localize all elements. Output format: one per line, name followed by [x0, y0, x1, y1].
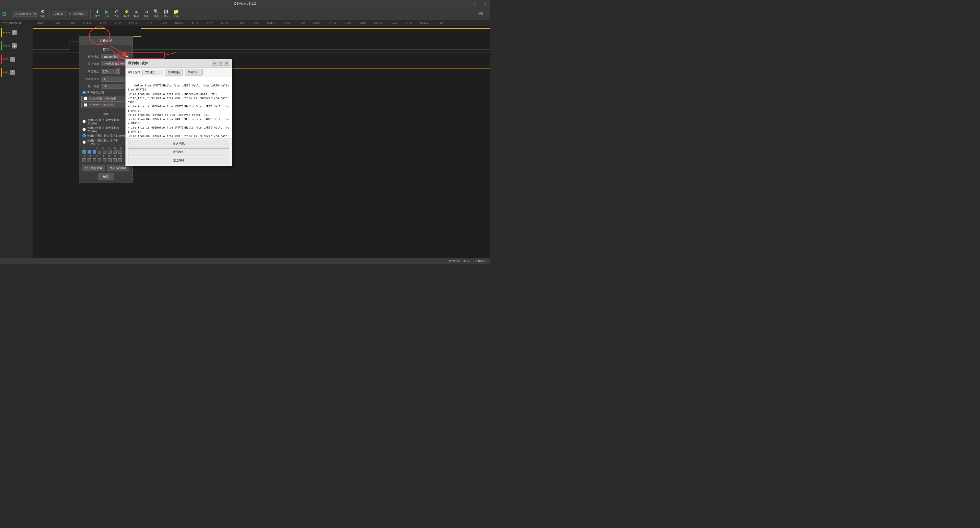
ch-numbers-1: 0 1 2 3 4 5 6 7	[83, 147, 129, 149]
run-mode-select[interactable]: Stream模式	[101, 54, 129, 59]
timeline-mark: +8.74s	[385, 22, 401, 24]
timeline-mark: +5.83s	[263, 22, 278, 24]
ext-clock-checkbox[interactable]	[84, 97, 87, 100]
run-button[interactable]: ▶ 开始	[103, 8, 111, 19]
ch-num-13: 13	[113, 155, 118, 158]
trigger-icon: ⚡	[124, 10, 129, 14]
device-selector[interactable]: DSLogic Plus	[12, 11, 38, 17]
serial-minimize-btn[interactable]: —	[212, 61, 217, 66]
ch3-radio[interactable]	[83, 141, 86, 144]
confirm-button[interactable]: 确定	[98, 173, 114, 180]
ch-num-3: 3	[100, 147, 105, 149]
ch-check-5[interactable]	[108, 150, 111, 154]
ch6-label: 使用6个通道(最大采样率 50MHz)	[87, 134, 129, 138]
sample-rate-input[interactable]	[73, 11, 88, 16]
ch-num-1: 1	[89, 147, 93, 149]
ext-clock-row: 使用外部输入时钟采样	[81, 96, 130, 101]
channel-badge-rx: 1	[12, 43, 17, 48]
channel-badge-ch3: 3	[10, 70, 15, 75]
channel-waveform-ch3: ⊓_⊓_	[3, 71, 9, 74]
voltage-up[interactable]: ▲	[117, 69, 120, 71]
serial-toolbar: 串口选择 关闭通信 搜索串口	[126, 68, 232, 77]
timeline-mark: +1.82s	[94, 22, 110, 24]
ch-check-1[interactable]	[88, 150, 91, 154]
fall-edge-checkbox[interactable]	[84, 103, 87, 106]
max-height-label: 最大高度	[83, 84, 99, 88]
timeline-marks: -0.36s+0.73s+1.09s+1.46s+1.82s+2.19s+2.5…	[33, 22, 447, 24]
ch-check-8[interactable]	[83, 159, 86, 162]
serial-close-btn[interactable]: ✕	[224, 61, 229, 66]
port-input[interactable]	[142, 70, 163, 75]
instant-icon: ⊙	[115, 10, 119, 14]
ch16-label: 使用16个通道(最大采样率 20MHz)	[87, 118, 129, 125]
ch-check-10[interactable]	[93, 159, 96, 162]
voltage-down[interactable]: ▼	[117, 71, 120, 74]
timeline-mark: +5.46s	[248, 22, 263, 24]
close-comm-btn[interactable]: 关闭通信	[165, 69, 183, 76]
serial-maximize-btn[interactable]: □	[218, 61, 223, 66]
ch-check-9[interactable]	[88, 159, 91, 162]
sample-time-input[interactable]	[52, 11, 67, 16]
ch-num-9: 9	[89, 155, 93, 158]
send-990-btn[interactable]: 发送990	[128, 149, 229, 156]
send-message-btn[interactable]: 发送消息	[128, 140, 229, 147]
channel-color-ch2	[1, 55, 2, 64]
ch-num-12: 12	[107, 155, 111, 158]
display-icon: 🖼	[164, 10, 169, 14]
channel-waveform-tx: ⊓⊓_⊓_	[3, 31, 11, 34]
ch-nums-row2: 8 9 10 11 12 13 14 15	[80, 154, 132, 163]
ch-check-13[interactable]	[108, 159, 111, 162]
rle-label: RLE硬件压缩	[87, 90, 104, 94]
ch-check-3[interactable]	[98, 150, 101, 154]
rle-checkbox[interactable]	[83, 91, 86, 94]
ch16-radio[interactable]	[83, 120, 86, 123]
timeline-mark: +1.09s	[64, 22, 79, 24]
ch-check-15[interactable]	[118, 159, 122, 162]
ch-num-4: 4	[107, 147, 111, 149]
device-group: DSLogic Plus ⚙ 选项	[12, 8, 47, 19]
ch6-radio[interactable]	[83, 134, 86, 138]
voltage-label: 阈值电压	[83, 70, 99, 73]
ch-check-4[interactable]	[103, 150, 107, 154]
maximize-button[interactable]: □	[470, 0, 480, 7]
help-button[interactable]: 帮助	[477, 11, 485, 17]
channel-color-ch3	[1, 68, 2, 77]
serial-bottom: 发送消息 发送990 发送991	[126, 138, 232, 166]
channel-row-tx: ⊓⊓_⊓_ 0	[0, 26, 33, 39]
ch12-radio[interactable]	[83, 128, 86, 131]
channel-badge-tx: 0	[12, 30, 17, 35]
close-button[interactable]: ✕	[480, 0, 490, 7]
ch-check-6[interactable]	[113, 150, 117, 154]
minimize-button[interactable]: —	[460, 0, 470, 7]
file-button[interactable]: 📁 文件	[172, 8, 180, 19]
voltage-input[interactable]	[101, 69, 116, 74]
send-991-btn[interactable]: 发送991	[128, 157, 229, 164]
ch-check-14[interactable]	[113, 159, 117, 162]
timeline-mark: +6.92s	[309, 22, 324, 24]
mode-section-title: 模式	[80, 47, 132, 52]
max-height-row: 最大高度 1X	[80, 82, 132, 90]
run-mode-label: 运行模式	[83, 55, 99, 59]
mode-button[interactable]: ⬇ 模式	[93, 8, 101, 19]
timeline-mark: +6.19s	[278, 22, 294, 24]
ch-check-2[interactable]	[93, 150, 96, 154]
search-button[interactable]: 🔍 搜索	[152, 8, 161, 19]
instant-button[interactable]: ⊙ 立即	[113, 8, 121, 19]
decode-button[interactable]: ≋ 解码	[132, 8, 141, 19]
display-button[interactable]: 🖼 显示	[162, 8, 170, 19]
ch16-row: 使用16个通道(最大采样率 20MHz)	[80, 117, 132, 125]
trigger-button[interactable]: ⚡ 触发	[122, 8, 131, 19]
search-port-btn[interactable]: 搜索串口	[185, 69, 203, 76]
ch-check-11[interactable]	[98, 159, 101, 162]
ch-check-12[interactable]	[103, 159, 107, 162]
timeline-mark: +0.73s	[48, 22, 64, 24]
options-button[interactable]: ⚙ 选项	[38, 8, 47, 19]
timeline-mark: +2.91s	[140, 22, 156, 24]
main-area: ⊓⊓_⊓_ 0 ⊓⊓_⊓_ 1 ⊓_⊓_ 2 ⊓_⊓_ 3	[0, 26, 490, 258]
timeline-mark: +1.46s	[79, 22, 94, 24]
open-all-btn[interactable]: 打开所有通道	[83, 165, 105, 171]
ch-check-0[interactable]	[83, 150, 86, 154]
ch-check-7[interactable]	[118, 150, 122, 154]
channel-waveform-ch2: ⊓_⊓_	[3, 58, 9, 60]
measure-button[interactable]: ⊿ 测量	[142, 8, 150, 19]
